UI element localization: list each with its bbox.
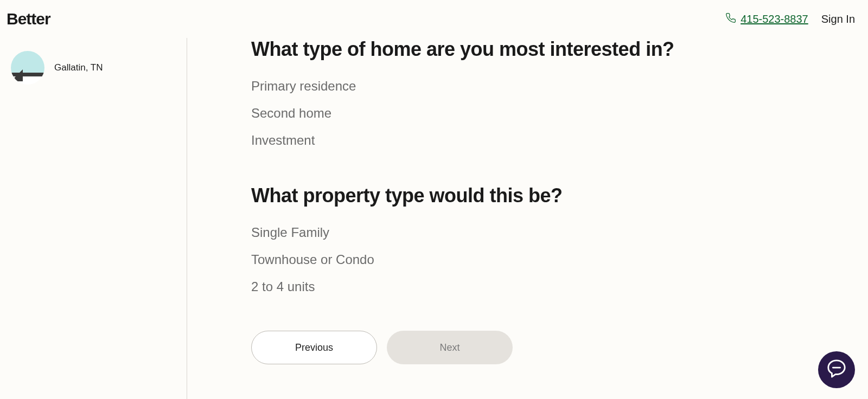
question-home-type: What type of home are you most intereste… [251, 38, 868, 154]
sidebar-location-label: Gallatin, TN [54, 62, 103, 73]
option-primary-residence[interactable]: Primary residence [251, 73, 868, 100]
sidebar-item-location[interactable]: Gallatin, TN [11, 51, 176, 85]
next-button[interactable]: Next [387, 331, 513, 364]
option-second-home[interactable]: Second home [251, 100, 868, 127]
main-content: What type of home are you most intereste… [187, 0, 868, 399]
sidebar: Gallatin, TN [0, 38, 187, 399]
option-single-family[interactable]: Single Family [251, 219, 868, 246]
option-investment[interactable]: Investment [251, 127, 868, 154]
avatar [11, 51, 44, 85]
option-2-4-units[interactable]: 2 to 4 units [251, 273, 868, 300]
question-title-1: What type of home are you most intereste… [251, 38, 868, 61]
option-townhouse-condo[interactable]: Townhouse or Condo [251, 246, 868, 273]
chat-button[interactable] [818, 351, 855, 388]
question-title-2: What property type would this be? [251, 184, 868, 207]
chat-icon [826, 358, 847, 381]
logo[interactable]: Better [7, 10, 50, 28]
button-row: Previous Next [251, 331, 868, 364]
previous-button[interactable]: Previous [251, 331, 377, 364]
question-property-type: What property type would this be? Single… [251, 184, 868, 300]
